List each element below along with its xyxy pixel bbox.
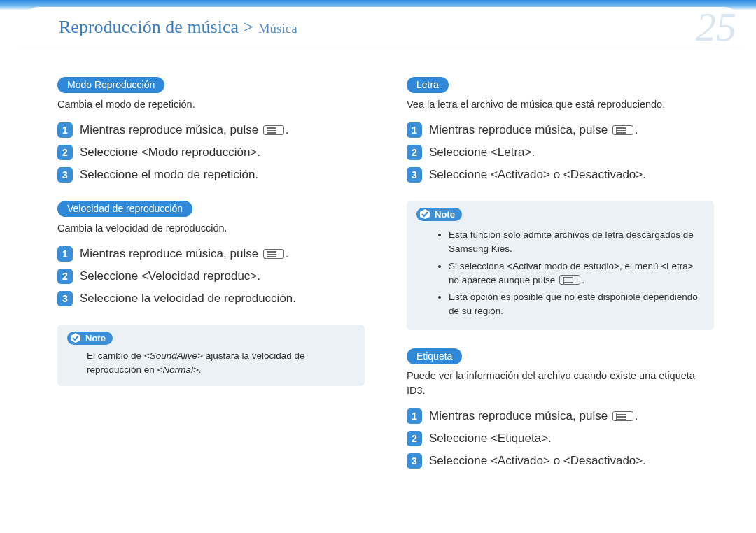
svg-marker-0 (71, 333, 80, 343)
step-text: Seleccione la velocidad de reproducción. (80, 291, 296, 306)
menu-button-icon (612, 125, 634, 135)
step-number-3: 3 (407, 453, 422, 469)
content-area: Modo Reproducción Cambia el modo de repe… (57, 77, 714, 519)
breadcrumb: Reproducción de música > Música (59, 17, 298, 38)
note-tag: Note (67, 332, 113, 345)
svg-marker-1 (420, 209, 430, 219)
step-number-3: 3 (57, 167, 73, 183)
step-text: Seleccione <Modo reproducción>. (80, 145, 260, 160)
pill-lyrics: Letra (407, 77, 449, 93)
step-number-3: 3 (407, 167, 422, 183)
step-row: 1 Mientras reproduce música, pulse . (57, 122, 365, 138)
step-row: 2 Seleccione <Etiqueta>. (407, 431, 714, 446)
menu-button-icon (263, 125, 284, 135)
step-text: Mientras reproduce música, pulse . (429, 408, 638, 424)
note-body: Esta función sólo admite archivos de let… (416, 228, 704, 319)
step-number-3: 3 (57, 291, 73, 306)
page-number: 25 (696, 7, 736, 48)
step-number-2: 2 (407, 431, 422, 446)
step-number-2: 2 (57, 269, 73, 284)
step-text: Mientras reproduce música, pulse . (80, 246, 289, 262)
note-body: El cambio de <SoundAlive> ajustará la ve… (67, 349, 355, 378)
menu-button-icon (559, 275, 580, 285)
note-bullet: Esta función sólo admite archivos de let… (449, 228, 704, 257)
section-tag: Etiqueta Puede ver la información del ar… (407, 348, 714, 469)
note-label: Note (85, 333, 106, 343)
page-root: Reproducción de música > Música 25 Modo … (0, 0, 756, 533)
speed-desc: Cambia la velocidad de reproducción. (57, 221, 365, 236)
step-row: 2 Seleccione <Modo reproducción>. (57, 145, 365, 160)
breadcrumb-sub: Música (258, 21, 298, 36)
step-row: 1 Mientras reproduce música, pulse . (407, 408, 714, 424)
menu-button-icon (612, 411, 634, 421)
step-number-2: 2 (407, 145, 422, 160)
step-row: 3 Seleccione la velocidad de reproducció… (57, 291, 365, 306)
note-tag: Note (416, 208, 462, 221)
section-playmode: Modo Reproducción Cambia el modo de repe… (57, 77, 365, 183)
left-column: Modo Reproducción Cambia el modo de repe… (57, 77, 365, 487)
speed-note: Note El cambio de <SoundAlive> ajustará … (57, 325, 365, 386)
pill-speed: Velocidad de reproducción (57, 201, 192, 217)
pill-tag: Etiqueta (407, 348, 462, 364)
step-number-1: 1 (407, 408, 422, 424)
tag-desc: Puede ver la información del archivo cua… (407, 369, 714, 399)
lyrics-desc: Vea la letra el archivo de música que es… (407, 97, 714, 113)
step-row: 3 Seleccione <Activado> o <Desactivado>. (407, 453, 714, 469)
playmode-desc: Cambia el modo de repetición. (57, 97, 365, 113)
breadcrumb-sep: > (239, 17, 258, 37)
note-bullet: Si selecciona <Activar modo de estudio>,… (449, 260, 704, 288)
step-text: Seleccione <Activado> o <Desactivado>. (429, 453, 646, 469)
tag-steps: 1 Mientras reproduce música, pulse . 2 S… (407, 408, 714, 469)
step-number-1: 1 (57, 246, 73, 262)
note-label: Note (435, 209, 455, 220)
step-row: 1 Mientras reproduce música, pulse . (407, 122, 714, 138)
step-row: 3 Seleccione <Activado> o <Desactivado>. (407, 167, 714, 183)
section-speed: Velocidad de reproducción Cambia la velo… (57, 201, 365, 386)
step-number-2: 2 (57, 145, 73, 160)
step-number-1: 1 (407, 122, 422, 138)
lyrics-steps: 1 Mientras reproduce música, pulse . 2 S… (407, 122, 714, 183)
breadcrumb-main: Reproducción de música (59, 17, 239, 37)
lyrics-note: Note Esta función sólo admite archivos d… (407, 201, 714, 330)
step-text: Seleccione <Letra>. (429, 145, 535, 160)
pill-playmode: Modo Reproducción (57, 77, 164, 93)
step-text: Seleccione <Activado> o <Desactivado>. (429, 167, 646, 183)
step-row: 2 Seleccione <Velocidad reproduc>. (57, 269, 365, 284)
step-number-1: 1 (57, 122, 73, 138)
step-text: Seleccione <Etiqueta>. (429, 431, 552, 446)
note-icon (70, 332, 81, 343)
step-row: 2 Seleccione <Letra>. (407, 145, 714, 160)
step-row: 3 Seleccione el modo de repetición. (57, 167, 365, 183)
note-icon (419, 208, 430, 220)
step-text: Mientras reproduce música, pulse . (80, 122, 289, 138)
step-row: 1 Mientras reproduce música, pulse . (57, 246, 365, 262)
menu-button-icon (263, 249, 284, 259)
playmode-steps: 1 Mientras reproduce música, pulse . 2 S… (57, 122, 365, 183)
note-bullet: Esta opción es posible que no esté dispo… (449, 290, 704, 319)
speed-steps: 1 Mientras reproduce música, pulse . 2 S… (57, 246, 365, 306)
section-lyrics: Letra Vea la letra el archivo de música … (407, 77, 714, 330)
step-text: Seleccione <Velocidad reproduc>. (80, 269, 260, 284)
step-text: Seleccione el modo de repetición. (80, 167, 258, 183)
right-column: Letra Vea la letra el archivo de música … (407, 77, 714, 487)
columns: Modo Reproducción Cambia el modo de repe… (57, 77, 714, 487)
step-text: Mientras reproduce música, pulse . (429, 122, 638, 138)
